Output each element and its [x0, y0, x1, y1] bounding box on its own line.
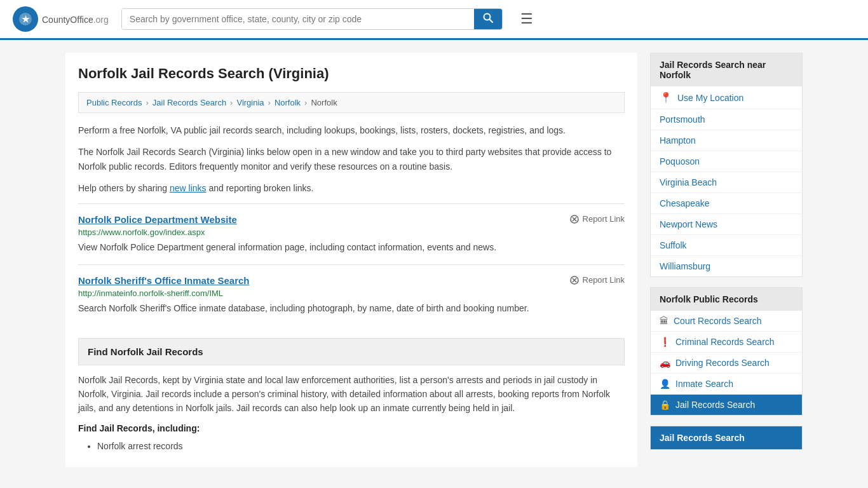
sidebar-nearby-item-0[interactable]: Portsmouth — [651, 109, 802, 130]
records-link-2[interactable]: Driving Records Search — [675, 358, 770, 368]
sidebar-nearby-header: Jail Records Search near Norfolk — [651, 53, 802, 86]
logo-county-office: CountyOffice — [42, 15, 93, 25]
report-icon-1 — [569, 275, 580, 285]
sidebar-jail-records-section: Jail Records Search — [650, 426, 803, 450]
nearby-items-container: PortsmouthHamptonPoquosonVirginia BeachC… — [651, 109, 802, 276]
public-records-items-container: 🏛 Court Records Search ❗ Criminal Record… — [651, 311, 802, 415]
nearby-link-2[interactable]: Poquoson — [660, 156, 700, 166]
breadcrumb-jail-records-search[interactable]: Jail Records Search — [153, 98, 226, 107]
search-bar-container — [121, 8, 503, 30]
svg-line-3 — [489, 20, 492, 23]
desc3-suffix: and reporting broken links. — [207, 183, 314, 193]
sidebar-nearby-item-1[interactable]: Hampton — [651, 130, 802, 151]
sidebar-nearby-item-7[interactable]: Williamsburg — [651, 256, 802, 276]
use-my-location-link[interactable]: Use My Location — [677, 93, 743, 103]
sidebar-records-icon-0: 🏛 — [660, 316, 668, 326]
records-link-1[interactable]: Criminal Records Search — [675, 337, 775, 347]
description-3: Help others by sharing new links and rep… — [78, 181, 625, 195]
description-2: The Norfolk Jail Records Search (Virgini… — [78, 145, 625, 173]
new-links-link[interactable]: new links — [170, 183, 207, 193]
site-logo[interactable]: ★ CountyOffice.org — [13, 6, 109, 32]
result-url-1[interactable]: http://inmateinfo.norfolk-sheriff.com/IM… — [78, 288, 625, 298]
result-desc-0: View Norfolk Police Department general i… — [78, 241, 625, 254]
nearby-link-1[interactable]: Hampton — [660, 135, 696, 146]
search-icon — [483, 13, 493, 23]
desc3-prefix: Help others by sharing — [78, 183, 170, 193]
search-input[interactable] — [122, 9, 474, 29]
report-icon-0 — [569, 214, 580, 224]
sidebar-nearby-item-5[interactable]: Newport News — [651, 214, 802, 235]
report-link-button-1[interactable]: Report Link — [569, 275, 625, 285]
sidebar: Jail Records Search near Norfolk 📍 Use M… — [650, 53, 803, 467]
sidebar-nearby-item-6[interactable]: Suffolk — [651, 235, 802, 256]
location-dot-icon: 📍 — [660, 92, 672, 104]
sidebar-records-icon-3: 👤 — [660, 379, 670, 389]
breadcrumb-norfolk-county[interactable]: Norfolk — [275, 98, 301, 107]
result-item-0: Norfolk Police Department Website Report… — [78, 203, 625, 264]
breadcrumb-sep-1: › — [146, 98, 148, 107]
records-link-4[interactable]: Jail Records Search — [675, 400, 755, 410]
sidebar-records-item-4[interactable]: 🔒 Jail Records Search — [651, 395, 802, 415]
main-container: Norfolk Jail Records Search (Virginia) P… — [53, 40, 815, 480]
sidebar-nearby-item-2[interactable]: Poquoson — [651, 151, 802, 172]
result-url-0[interactable]: https://www.norfolk.gov/index.aspx — [78, 227, 625, 237]
sidebar-records-item-0[interactable]: 🏛 Court Records Search — [651, 311, 802, 332]
svg-text:★: ★ — [22, 14, 30, 24]
sidebar-records-item-2[interactable]: 🚗 Driving Records Search — [651, 353, 802, 374]
records-link-3[interactable]: Inmate Search — [675, 379, 733, 389]
sidebar-records-icon-4: 🔒 — [660, 400, 670, 410]
nearby-link-7[interactable]: Williamsburg — [660, 261, 710, 271]
breadcrumb-current: Norfolk — [311, 98, 337, 107]
sidebar-use-location[interactable]: 📍 Use My Location — [651, 86, 802, 109]
nearby-link-0[interactable]: Portsmouth — [660, 114, 705, 125]
logo-icon: ★ — [13, 6, 38, 32]
search-button[interactable] — [474, 9, 502, 29]
find-section-title: Find Norfolk Jail Records — [88, 346, 615, 357]
sidebar-records-item-1[interactable]: ❗ Criminal Records Search — [651, 332, 802, 353]
result-title-1[interactable]: Norfolk Sheriff's Office Inmate Search — [78, 275, 249, 286]
logo-name: CountyOffice.org — [42, 13, 109, 26]
nearby-link-4[interactable]: Chesapeake — [660, 198, 710, 208]
breadcrumb: Public Records › Jail Records Search › V… — [78, 92, 625, 113]
sidebar-records-icon-2: 🚗 — [660, 358, 670, 368]
records-link-0[interactable]: Court Records Search — [674, 316, 762, 326]
result-header-1: Norfolk Sheriff's Office Inmate Search R… — [78, 275, 625, 286]
find-section-subhead: Find Jail Records, including: — [78, 423, 625, 433]
result-item-1: Norfolk Sheriff's Office Inmate Search R… — [78, 264, 625, 325]
breadcrumb-sep-4: › — [304, 98, 307, 107]
nearby-link-6[interactable]: Suffolk — [660, 240, 687, 250]
result-title-0[interactable]: Norfolk Police Department Website — [78, 214, 237, 225]
nearby-link-5[interactable]: Newport News — [660, 219, 717, 229]
sidebar-jail-records-header: Jail Records Search — [651, 426, 802, 449]
breadcrumb-public-records[interactable]: Public Records — [86, 98, 142, 107]
hamburger-menu-button[interactable]: ☰ — [515, 8, 538, 30]
description-1: Perform a free Norfolk, VA public jail r… — [78, 123, 625, 137]
sidebar-public-records-header: Norfolk Public Records — [651, 288, 802, 311]
sidebar-nearby-section: Jail Records Search near Norfolk 📍 Use M… — [650, 53, 803, 277]
content-area: Norfolk Jail Records Search (Virginia) P… — [65, 53, 637, 467]
result-header-0: Norfolk Police Department Website Report… — [78, 214, 625, 225]
sidebar-nearby-item-4[interactable]: Chesapeake — [651, 193, 802, 214]
sidebar-records-item-3[interactable]: 👤 Inmate Search — [651, 374, 802, 395]
bullet-item: Norfolk arrest records — [97, 438, 625, 454]
breadcrumb-virginia[interactable]: Virginia — [236, 98, 264, 107]
sidebar-public-records-section: Norfolk Public Records 🏛 Court Records S… — [650, 287, 803, 416]
find-section-body: Norfolk Jail Records, kept by Virginia s… — [78, 373, 625, 416]
logo-suffix: .org — [93, 15, 109, 25]
sidebar-records-icon-1: ❗ — [660, 337, 670, 347]
sidebar-nearby-item-3[interactable]: Virginia Beach — [651, 172, 802, 193]
report-link-button-0[interactable]: Report Link — [569, 214, 625, 224]
results-container: Norfolk Police Department Website Report… — [78, 203, 625, 325]
breadcrumb-sep-3: › — [268, 98, 271, 107]
result-desc-1: Search Norfolk Sheriff's Office inmate d… — [78, 302, 625, 315]
page-title: Norfolk Jail Records Search (Virginia) — [78, 65, 625, 82]
find-section-header: Find Norfolk Jail Records — [78, 338, 625, 365]
site-header: ★ CountyOffice.org ☰ — [0, 0, 868, 40]
nearby-link-3[interactable]: Virginia Beach — [660, 177, 717, 187]
bullet-list: Norfolk arrest records — [78, 438, 625, 454]
breadcrumb-sep-2: › — [230, 98, 233, 107]
